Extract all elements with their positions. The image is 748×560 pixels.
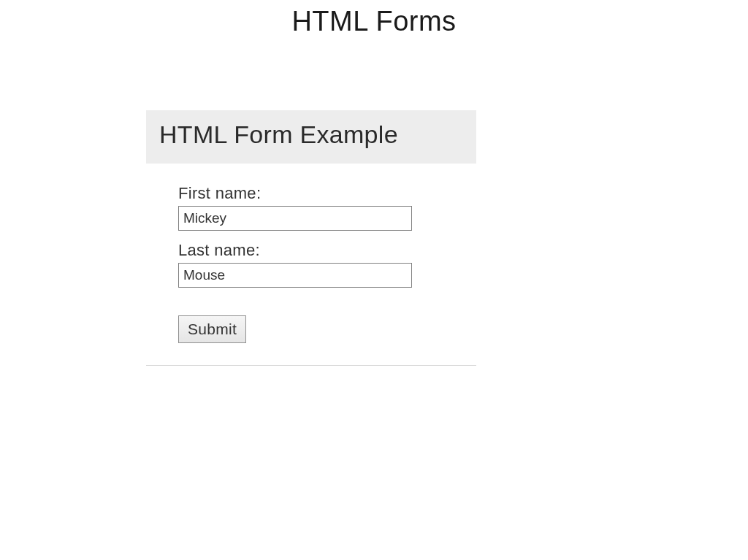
submit-button[interactable]: Submit [178,315,246,343]
first-name-label: First name: [178,184,444,203]
last-name-input[interactable] [178,263,412,288]
form-example-container: HTML Form Example First name: Last name:… [146,110,476,366]
example-heading: HTML Form Example [146,110,476,164]
first-name-input[interactable] [178,206,412,231]
form-area: First name: Last name: Submit [146,164,476,365]
last-name-label: Last name: [178,241,444,260]
page-title: HTML Forms [0,0,748,37]
